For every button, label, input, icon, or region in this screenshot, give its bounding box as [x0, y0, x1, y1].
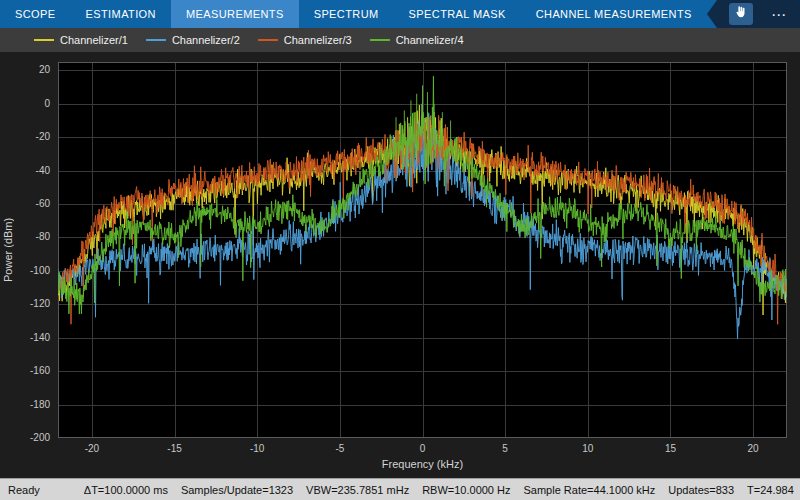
status-segment: VBW=235.7851 mHz: [306, 484, 409, 496]
status-segment: T=24.984: [747, 484, 794, 496]
x-tick-label: -5: [323, 443, 357, 454]
tab-scope[interactable]: SCOPE: [0, 0, 71, 28]
x-tick-label: 0: [406, 443, 440, 454]
pan-hand-button[interactable]: [729, 3, 753, 25]
legend-item-2[interactable]: Channelizer/2: [146, 34, 240, 46]
status-bar: Ready ΔT=100.0000 msSamples/Update=1323V…: [0, 478, 800, 500]
legend: Channelizer/1Channelizer/2Channelizer/3C…: [0, 28, 800, 52]
tab-measurements[interactable]: MEASUREMENTS: [171, 0, 299, 28]
hand-icon: [734, 5, 748, 23]
tab-list: SCOPEESTIMATIONMEASUREMENTSSPECTRUMSPECT…: [0, 0, 707, 28]
x-tick-label: 10: [571, 443, 605, 454]
x-tick-label: -15: [158, 443, 192, 454]
x-tick-label: 5: [488, 443, 522, 454]
legend-line-swatch: [146, 39, 166, 41]
tab-spectrum[interactable]: SPECTRUM: [299, 0, 394, 28]
x-tick-label: -10: [240, 443, 274, 454]
tab-channel-measurements[interactable]: CHANNEL MEASUREMENTS: [521, 0, 707, 28]
x-tick-label: 20: [736, 443, 770, 454]
tab-bar-right: ⋯: [707, 0, 800, 28]
status-segment: Samples/Update=1323: [181, 484, 293, 496]
status-segment: RBW=10.0000 Hz: [422, 484, 510, 496]
legend-item-3[interactable]: Channelizer/3: [258, 34, 352, 46]
y-axis-label: Power (dBm): [0, 62, 16, 438]
y-tick-label: -20: [0, 131, 50, 142]
more-options-icon[interactable]: ⋯: [767, 7, 790, 22]
x-axis-label: Frequency (kHz): [58, 458, 787, 470]
y-tick-label: -180: [0, 399, 50, 410]
legend-line-swatch: [34, 39, 54, 41]
y-tick-label: -200: [0, 432, 50, 443]
tab-spectral-mask[interactable]: SPECTRAL MASK: [394, 0, 521, 28]
y-tick-label: -60: [0, 198, 50, 209]
legend-label: Channelizer/3: [284, 34, 352, 46]
y-tick-label: -160: [0, 365, 50, 376]
plot-axes[interactable]: [58, 62, 787, 438]
legend-item-4[interactable]: Channelizer/4: [370, 34, 464, 46]
x-tick-label: -20: [75, 443, 109, 454]
tab-estimation[interactable]: ESTIMATION: [71, 0, 171, 28]
y-tick-label: -120: [0, 298, 50, 309]
legend-label: Channelizer/4: [396, 34, 464, 46]
spectrum-analyzer-window: SCOPEESTIMATIONMEASUREMENTSSPECTRUMSPECT…: [0, 0, 800, 500]
toolstrip-collapse-notch: [707, 0, 717, 28]
y-tick-label: -100: [0, 265, 50, 276]
legend-label: Channelizer/1: [60, 34, 128, 46]
y-tick-label: 0: [0, 98, 50, 109]
x-tick-label: 15: [653, 443, 687, 454]
legend-label: Channelizer/2: [172, 34, 240, 46]
y-tick-label: 20: [0, 64, 50, 75]
status-segment: ΔT=100.0000 ms: [84, 484, 168, 496]
legend-item-1[interactable]: Channelizer/1: [34, 34, 128, 46]
status-segment: Sample Rate=44.1000 kHz: [524, 484, 656, 496]
legend-line-swatch: [258, 39, 278, 41]
tab-bar: SCOPEESTIMATIONMEASUREMENTSSPECTRUMSPECT…: [0, 0, 800, 28]
y-tick-label: -40: [0, 165, 50, 176]
status-segment: Updates=833: [668, 484, 734, 496]
y-tick-label: -80: [0, 231, 50, 242]
legend-line-swatch: [370, 39, 390, 41]
status-segments: ΔT=100.0000 msSamples/Update=1323VBW=235…: [84, 484, 794, 496]
spectrum-canvas[interactable]: [58, 62, 787, 438]
status-ready: Ready: [8, 484, 40, 496]
y-tick-label: -140: [0, 332, 50, 343]
spectrum-plot: Power (dBm) Frequency (kHz) 200-20-40-60…: [0, 52, 800, 478]
